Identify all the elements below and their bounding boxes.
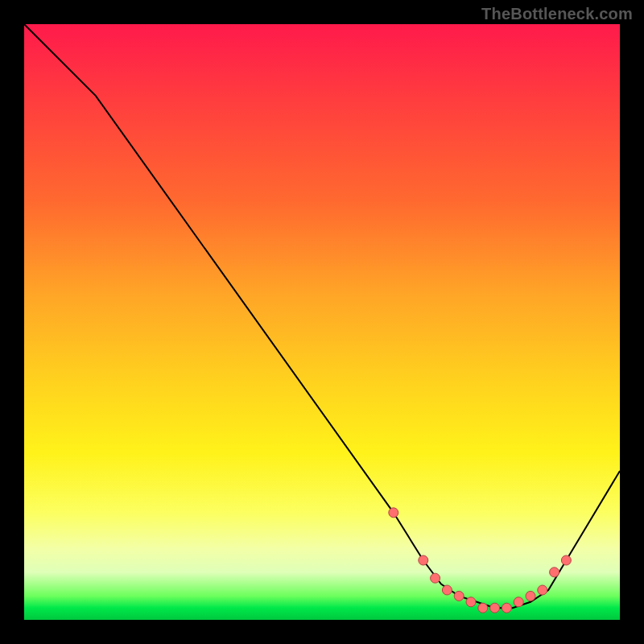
marker-dot: [538, 585, 547, 595]
marker-dot: [454, 591, 464, 601]
marker-dot: [514, 597, 523, 607]
plot-area: [24, 24, 620, 620]
marker-dot: [526, 591, 535, 601]
chart-stage: TheBottleneck.com: [0, 0, 644, 644]
curve-svg: [24, 24, 620, 620]
marker-dot: [478, 603, 488, 613]
marker-dot: [442, 585, 452, 595]
curve-markers: [389, 508, 572, 613]
marker-dot: [466, 597, 476, 607]
marker-dot: [490, 603, 500, 613]
marker-dot: [561, 555, 571, 565]
marker-dot: [431, 573, 440, 583]
bottleneck-curve: [24, 24, 620, 608]
marker-dot: [502, 603, 511, 613]
watermark-text: TheBottleneck.com: [481, 5, 633, 23]
marker-dot: [389, 508, 398, 518]
marker-dot: [550, 568, 559, 577]
marker-dot: [419, 555, 428, 565]
